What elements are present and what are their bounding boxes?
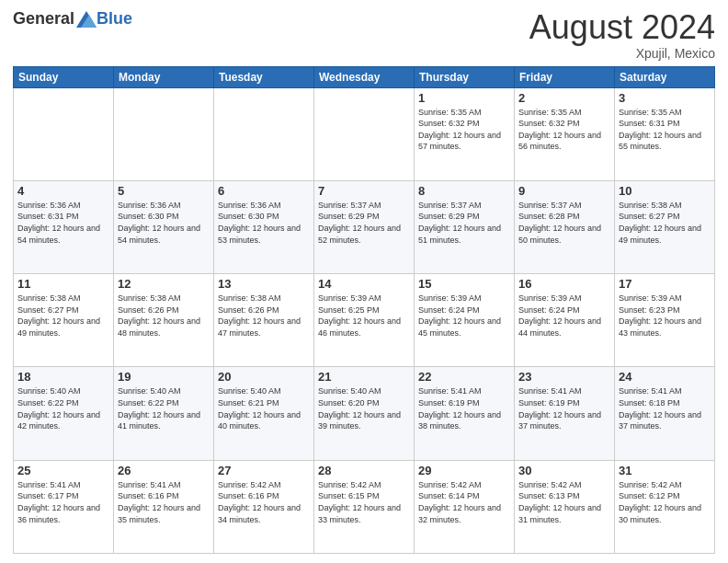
day-number: 5 bbox=[118, 184, 210, 198]
day-info: Sunrise: 5:39 AM Sunset: 6:24 PM Dayligh… bbox=[518, 293, 610, 339]
week-row-3: 18Sunrise: 5:40 AM Sunset: 6:22 PM Dayli… bbox=[14, 367, 715, 460]
calendar-cell: 10Sunrise: 5:38 AM Sunset: 6:27 PM Dayli… bbox=[615, 180, 715, 273]
calendar-cell bbox=[14, 87, 114, 180]
calendar-cell: 16Sunrise: 5:39 AM Sunset: 6:24 PM Dayli… bbox=[515, 274, 615, 367]
day-info: Sunrise: 5:42 AM Sunset: 6:13 PM Dayligh… bbox=[518, 479, 610, 525]
calendar-cell: 3Sunrise: 5:35 AM Sunset: 6:31 PM Daylig… bbox=[615, 87, 715, 180]
calendar-cell: 20Sunrise: 5:40 AM Sunset: 6:21 PM Dayli… bbox=[214, 367, 314, 460]
calendar-cell: 5Sunrise: 5:36 AM Sunset: 6:30 PM Daylig… bbox=[114, 180, 214, 273]
week-row-2: 11Sunrise: 5:38 AM Sunset: 6:27 PM Dayli… bbox=[14, 274, 715, 367]
calendar-cell: 21Sunrise: 5:40 AM Sunset: 6:20 PM Dayli… bbox=[314, 367, 415, 460]
logo-text: General Blue bbox=[13, 9, 132, 29]
day-number: 25 bbox=[17, 464, 109, 477]
day-number: 26 bbox=[118, 464, 210, 477]
day-info: Sunrise: 5:41 AM Sunset: 6:17 PM Dayligh… bbox=[17, 479, 109, 525]
day-number: 11 bbox=[17, 277, 109, 291]
logo-blue: Blue bbox=[97, 9, 132, 29]
day-number: 14 bbox=[318, 277, 410, 291]
day-number: 22 bbox=[418, 370, 510, 384]
day-number: 4 bbox=[17, 184, 109, 198]
day-info: Sunrise: 5:41 AM Sunset: 6:19 PM Dayligh… bbox=[518, 385, 610, 431]
calendar-cell: 17Sunrise: 5:39 AM Sunset: 6:23 PM Dayli… bbox=[615, 274, 715, 367]
calendar-cell bbox=[114, 87, 214, 180]
calendar-cell: 19Sunrise: 5:40 AM Sunset: 6:22 PM Dayli… bbox=[114, 367, 214, 460]
logo: General Blue bbox=[13, 9, 132, 29]
day-info: Sunrise: 5:39 AM Sunset: 6:25 PM Dayligh… bbox=[318, 293, 410, 339]
calendar-cell: 18Sunrise: 5:40 AM Sunset: 6:22 PM Dayli… bbox=[14, 367, 114, 460]
day-number: 23 bbox=[518, 370, 610, 384]
day-number: 6 bbox=[218, 184, 310, 198]
calendar-cell: 23Sunrise: 5:41 AM Sunset: 6:19 PM Dayli… bbox=[515, 367, 615, 460]
col-monday: Monday bbox=[114, 66, 214, 87]
day-number: 27 bbox=[218, 464, 310, 477]
day-info: Sunrise: 5:39 AM Sunset: 6:24 PM Dayligh… bbox=[418, 293, 510, 339]
day-number: 10 bbox=[619, 184, 711, 198]
day-info: Sunrise: 5:38 AM Sunset: 6:26 PM Dayligh… bbox=[218, 293, 310, 339]
calendar-cell: 14Sunrise: 5:39 AM Sunset: 6:25 PM Dayli… bbox=[314, 274, 415, 367]
day-info: Sunrise: 5:42 AM Sunset: 6:15 PM Dayligh… bbox=[318, 479, 410, 525]
day-number: 12 bbox=[118, 277, 210, 291]
calendar-cell: 6Sunrise: 5:36 AM Sunset: 6:30 PM Daylig… bbox=[214, 180, 314, 273]
calendar-cell: 12Sunrise: 5:38 AM Sunset: 6:26 PM Dayli… bbox=[114, 274, 214, 367]
day-info: Sunrise: 5:41 AM Sunset: 6:18 PM Dayligh… bbox=[619, 385, 711, 431]
day-info: Sunrise: 5:38 AM Sunset: 6:27 PM Dayligh… bbox=[619, 200, 711, 246]
day-number: 28 bbox=[318, 464, 410, 477]
day-number: 9 bbox=[518, 184, 610, 198]
col-thursday: Thursday bbox=[415, 66, 515, 87]
day-info: Sunrise: 5:42 AM Sunset: 6:12 PM Dayligh… bbox=[619, 479, 711, 525]
calendar-cell: 27Sunrise: 5:42 AM Sunset: 6:16 PM Dayli… bbox=[214, 460, 314, 553]
day-info: Sunrise: 5:35 AM Sunset: 6:31 PM Dayligh… bbox=[619, 107, 711, 153]
day-info: Sunrise: 5:36 AM Sunset: 6:31 PM Dayligh… bbox=[17, 200, 109, 246]
day-number: 8 bbox=[418, 184, 510, 198]
day-info: Sunrise: 5:37 AM Sunset: 6:29 PM Dayligh… bbox=[318, 200, 410, 246]
calendar-cell: 8Sunrise: 5:37 AM Sunset: 6:29 PM Daylig… bbox=[415, 180, 515, 273]
day-info: Sunrise: 5:35 AM Sunset: 6:32 PM Dayligh… bbox=[418, 107, 510, 153]
day-info: Sunrise: 5:39 AM Sunset: 6:23 PM Dayligh… bbox=[619, 293, 711, 339]
week-row-4: 25Sunrise: 5:41 AM Sunset: 6:17 PM Dayli… bbox=[14, 460, 715, 553]
calendar-cell bbox=[214, 87, 314, 180]
day-number: 18 bbox=[17, 370, 109, 384]
day-info: Sunrise: 5:36 AM Sunset: 6:30 PM Dayligh… bbox=[218, 200, 310, 246]
col-saturday: Saturday bbox=[615, 66, 715, 87]
day-number: 29 bbox=[418, 464, 510, 477]
day-info: Sunrise: 5:36 AM Sunset: 6:30 PM Dayligh… bbox=[118, 200, 210, 246]
day-number: 30 bbox=[518, 464, 610, 477]
day-number: 7 bbox=[318, 184, 410, 198]
day-number: 19 bbox=[118, 370, 210, 384]
day-number: 20 bbox=[218, 370, 310, 384]
calendar-cell: 13Sunrise: 5:38 AM Sunset: 6:26 PM Dayli… bbox=[214, 274, 314, 367]
calendar-cell: 28Sunrise: 5:42 AM Sunset: 6:15 PM Dayli… bbox=[314, 460, 415, 553]
week-row-1: 4Sunrise: 5:36 AM Sunset: 6:31 PM Daylig… bbox=[14, 180, 715, 273]
col-sunday: Sunday bbox=[14, 66, 114, 87]
day-info: Sunrise: 5:40 AM Sunset: 6:21 PM Dayligh… bbox=[218, 385, 310, 431]
calendar-cell: 24Sunrise: 5:41 AM Sunset: 6:18 PM Dayli… bbox=[615, 367, 715, 460]
day-number: 24 bbox=[619, 370, 711, 384]
day-info: Sunrise: 5:40 AM Sunset: 6:22 PM Dayligh… bbox=[118, 385, 210, 431]
day-number: 3 bbox=[619, 91, 711, 105]
col-wednesday: Wednesday bbox=[314, 66, 415, 87]
day-number: 16 bbox=[518, 277, 610, 291]
calendar-cell bbox=[314, 87, 415, 180]
calendar-cell: 31Sunrise: 5:42 AM Sunset: 6:12 PM Dayli… bbox=[615, 460, 715, 553]
day-info: Sunrise: 5:42 AM Sunset: 6:16 PM Dayligh… bbox=[218, 479, 310, 525]
calendar-cell: 1Sunrise: 5:35 AM Sunset: 6:32 PM Daylig… bbox=[415, 87, 515, 180]
day-info: Sunrise: 5:38 AM Sunset: 6:27 PM Dayligh… bbox=[17, 293, 109, 339]
location: Xpujil, Mexico bbox=[529, 46, 715, 61]
day-number: 2 bbox=[518, 91, 610, 105]
calendar-cell: 25Sunrise: 5:41 AM Sunset: 6:17 PM Dayli… bbox=[14, 460, 114, 553]
day-info: Sunrise: 5:37 AM Sunset: 6:29 PM Dayligh… bbox=[418, 200, 510, 246]
day-info: Sunrise: 5:40 AM Sunset: 6:20 PM Dayligh… bbox=[318, 385, 410, 431]
day-info: Sunrise: 5:41 AM Sunset: 6:16 PM Dayligh… bbox=[118, 479, 210, 525]
calendar-cell: 11Sunrise: 5:38 AM Sunset: 6:27 PM Dayli… bbox=[14, 274, 114, 367]
day-number: 21 bbox=[318, 370, 410, 384]
header: General Blue August 2024 Xpujil, Mexico bbox=[13, 9, 715, 61]
day-number: 31 bbox=[619, 464, 711, 477]
day-info: Sunrise: 5:41 AM Sunset: 6:19 PM Dayligh… bbox=[418, 385, 510, 431]
calendar-cell: 22Sunrise: 5:41 AM Sunset: 6:19 PM Dayli… bbox=[415, 367, 515, 460]
day-info: Sunrise: 5:38 AM Sunset: 6:26 PM Dayligh… bbox=[118, 293, 210, 339]
title-section: August 2024 Xpujil, Mexico bbox=[529, 9, 715, 61]
day-number: 17 bbox=[619, 277, 711, 291]
week-row-0: 1Sunrise: 5:35 AM Sunset: 6:32 PM Daylig… bbox=[14, 87, 715, 180]
day-info: Sunrise: 5:40 AM Sunset: 6:22 PM Dayligh… bbox=[17, 385, 109, 431]
calendar-cell: 7Sunrise: 5:37 AM Sunset: 6:29 PM Daylig… bbox=[314, 180, 415, 273]
